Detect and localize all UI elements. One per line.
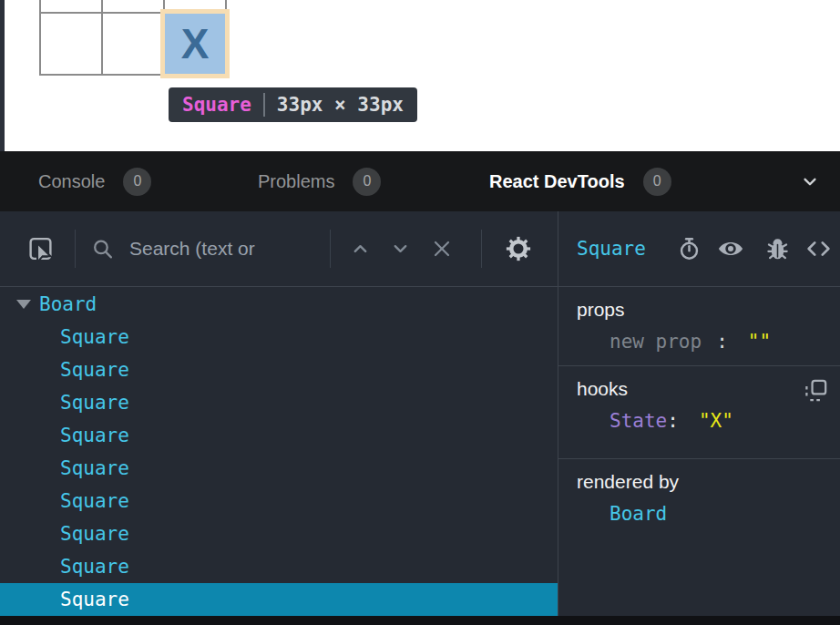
hook-value[interactable]: "X" [699,410,733,432]
search-icon [91,238,114,261]
bottom-bar [0,616,840,625]
hook-colon: : [667,410,679,432]
disclosure-triangle-icon[interactable] [16,300,31,309]
tab-console-label: Console [38,171,105,192]
tree-item-label: Square [60,359,129,381]
devtools-tab-bar: Console 0 Problems 0 React DevTools 0 [0,151,840,211]
devtools-window: X Square 33px × 33px Console 0 Problems … [0,0,840,625]
tree-item-label: Square [60,425,129,446]
inspected-element-header: Square [558,211,840,286]
tree-item-label: Square [60,556,129,578]
inspect-overlay-tooltip: Square 33px × 33px [169,87,417,122]
props-section-title: props [577,299,840,321]
board-cell[interactable] [165,0,225,12]
rendered-by-row: Board [577,503,840,525]
react-devtools-content: Board SquareSquareSquareSquareSquareSqua… [0,287,840,616]
rendered-by-title: rendered by [577,471,840,493]
rendered-by-section: rendered by Board [558,459,840,616]
board-cell[interactable] [103,0,163,12]
tree-item-square[interactable]: Square [0,353,558,386]
tab-problems-label: Problems [258,171,334,192]
element-picker-icon[interactable] [27,236,54,262]
inspected-element-panel: props new prop : "" hooks State [558,287,840,616]
board-cell[interactable] [41,14,101,74]
state-hook-row: State: "X" [577,410,840,432]
tree-item-square[interactable]: Square [0,386,558,419]
console-count-badge: 0 [123,168,151,196]
tree-item-label: Square [60,523,129,545]
board-cell[interactable] [103,14,163,74]
tree-item-board[interactable]: Board [0,288,558,321]
hook-name: State [610,410,667,432]
tree-item-label: Square [60,457,129,479]
tree-item-square[interactable]: Square [0,452,558,485]
inspected-component-name: Square [577,238,646,260]
cell-mark: X [181,19,210,68]
prop-colon: : [716,331,728,353]
board-cell[interactable] [41,0,101,12]
toolbar-divider [330,230,331,268]
tree-item-square[interactable]: Square [0,583,558,616]
tooltip-component-name: Square [182,94,251,116]
tree-item-label: Square [60,392,129,414]
react-devtools-count-badge: 0 [643,168,671,196]
bug-icon[interactable] [765,237,790,261]
window-edge [0,0,5,151]
code-brackets-icon[interactable] [805,236,832,262]
new-prop-field[interactable]: new prop [610,331,702,353]
gear-icon[interactable] [505,235,532,262]
tab-react-devtools[interactable]: React DevTools 0 [489,151,671,211]
tab-react-devtools-label: React DevTools [489,171,625,192]
toolbar-divider [481,230,482,268]
eye-icon[interactable] [717,235,744,262]
tab-console[interactable]: Console 0 [38,151,151,211]
chevron-down-icon[interactable] [390,239,411,260]
tree-item-label: Square [60,589,129,610]
tooltip-divider [263,93,265,117]
tree-toolbar [0,211,558,286]
stopwatch-icon[interactable] [677,237,702,261]
tree-item-square[interactable]: Square [0,550,558,583]
tree-item-square[interactable]: Square [0,485,558,517]
tree-item-label: Square [60,490,129,512]
chevron-up-icon[interactable] [350,239,371,260]
search-input[interactable] [129,238,323,260]
tree-item-square[interactable]: Square [0,419,558,452]
tree-item-label: Board [39,293,97,315]
tab-problems[interactable]: Problems 0 [258,151,381,211]
props-section: props new prop : "" [558,287,840,366]
tree-item-label: Square [60,326,129,348]
tree-item-square[interactable]: Square [0,517,558,550]
rendered-by-link[interactable]: Board [610,503,667,525]
problems-count-badge: 0 [353,168,381,196]
component-tree: Board SquareSquareSquareSquareSquareSqua… [0,287,558,616]
tictactoe-board: X [39,0,227,76]
tree-item-square[interactable]: Square [0,321,558,353]
parse-hooks-icon[interactable] [804,378,828,403]
board-preview: X Square 33px × 33px [0,0,840,151]
new-prop-value-field[interactable]: "" [748,331,771,353]
hooks-section-title: hooks [577,378,840,400]
tooltip-dimensions: 33px × 33px [277,94,404,116]
new-prop-row: new prop : "" [577,331,840,353]
toolbar-divider [75,230,76,268]
board-cell-highlighted[interactable]: X [165,14,225,74]
react-devtools-toolbar: Square [0,211,840,287]
hooks-section: hooks State: "X" [558,366,840,459]
clear-icon[interactable] [431,238,453,260]
chevron-down-icon[interactable] [798,151,822,211]
